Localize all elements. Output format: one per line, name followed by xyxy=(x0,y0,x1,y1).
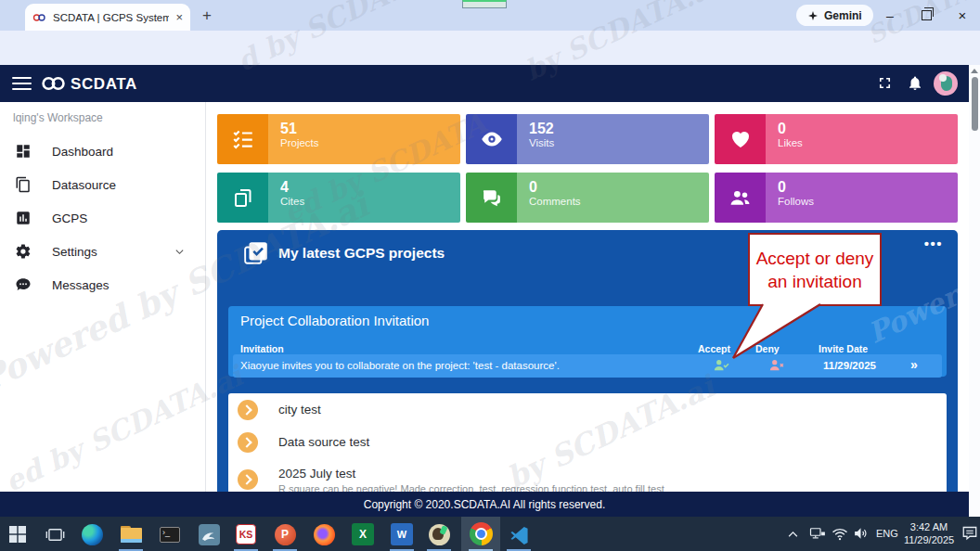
user-avatar[interactable] xyxy=(934,71,958,96)
taskbar-app-kingsoft[interactable]: KS xyxy=(234,522,258,546)
stat-card-projects[interactable]: 51Projects xyxy=(217,114,460,164)
stat-cards: 51Projects 152Visits 0Likes 4Cites 0Comm… xyxy=(217,114,958,223)
restore-button[interactable] xyxy=(909,0,944,31)
stat-label: Visits xyxy=(529,137,709,148)
project-list: city test Data source test 2025 July tes… xyxy=(228,393,947,492)
stat-value: 0 xyxy=(778,121,958,137)
page-footer: Copyright © 2020.SCDATA.AI All rights re… xyxy=(0,492,969,517)
sidebar-item-messages[interactable]: Messages xyxy=(0,268,205,301)
chevron-up-icon[interactable] xyxy=(787,529,799,539)
notification-center-icon[interactable] xyxy=(961,525,978,541)
gemini-label: Gemini xyxy=(824,9,862,22)
sidebar-item-datasource[interactable]: Datasource xyxy=(0,168,205,201)
chevron-right-circle-icon xyxy=(238,469,258,490)
sidebar-item-label: Datasource xyxy=(52,178,116,192)
sidebar-item-dashboard[interactable]: Dashboard xyxy=(0,135,205,168)
taskbar-app-file-explorer[interactable] xyxy=(119,522,143,546)
stat-card-visits[interactable]: 152Visits xyxy=(466,114,709,164)
close-window-button[interactable]: × xyxy=(945,0,980,31)
taskbar-app-gimp[interactable] xyxy=(427,522,451,546)
taskbar-app-firefox[interactable] xyxy=(312,522,336,546)
menu-hamburger-icon[interactable] xyxy=(12,77,32,94)
gemini-button[interactable]: Gemini xyxy=(796,5,873,26)
minimize-button[interactable]: – xyxy=(872,0,908,31)
chat-bubbles-icon xyxy=(466,173,517,223)
taskbar-app-excel[interactable]: X xyxy=(351,522,375,546)
collaboration-invitation-section: Project Collaboration Invitation Invitat… xyxy=(228,306,947,377)
chevron-right-circle-icon xyxy=(238,432,258,453)
wifi-icon[interactable] xyxy=(832,527,848,541)
ellipsis-icon[interactable]: ••• xyxy=(924,236,943,251)
stat-label: Follows xyxy=(778,196,958,207)
stat-label: Likes xyxy=(778,137,958,148)
taskbar-app-vscode[interactable] xyxy=(507,522,531,546)
stat-card-likes[interactable]: 0Likes xyxy=(715,114,958,164)
bar-chart-icon xyxy=(15,210,33,226)
project-title: 2025 July test xyxy=(278,467,355,481)
invitation-row: Xiaoyue invites you to collaborate on th… xyxy=(233,354,942,378)
taskbar-app-word[interactable]: W xyxy=(390,522,414,546)
gear-icon xyxy=(15,243,33,260)
brand-title: SCDATA xyxy=(71,75,137,94)
page-scrollbar xyxy=(969,65,980,517)
project-list-item[interactable]: 2025 July test R square can be negative!… xyxy=(228,464,947,492)
volume-icon[interactable] xyxy=(853,526,869,541)
chrome-icon xyxy=(470,522,493,545)
notifications-bell-icon[interactable] xyxy=(907,74,923,92)
network-icon[interactable] xyxy=(809,526,826,541)
windows-taskbar: ›_ KS P X W xyxy=(0,517,980,551)
taskbar-app-edge[interactable] xyxy=(80,522,104,546)
browser-tab[interactable]: SCDATA | GCPS System × xyxy=(25,4,190,31)
taskbar-clock[interactable]: 3:42 AM 11/29/2025 xyxy=(898,520,960,546)
panel-title: My latest GCPS projects xyxy=(278,245,445,262)
double-chevron-right-icon[interactable]: » xyxy=(910,357,918,372)
task-view-button[interactable] xyxy=(43,522,67,546)
scrollbar-thumb[interactable] xyxy=(972,77,978,131)
screen: SCDATA | GCPS System × + Gemini – × loca… xyxy=(0,0,980,551)
taskbar-app-chrome-active[interactable] xyxy=(461,517,500,551)
restore-icon xyxy=(922,10,932,20)
taskbar-app-powerpoint[interactable]: P xyxy=(273,522,297,546)
gemini-sparkle-icon xyxy=(807,10,819,21)
sidebar-item-gcps[interactable]: GCPS xyxy=(0,201,205,235)
taskbar-app-mysql-workbench[interactable] xyxy=(197,522,221,546)
stat-value: 4 xyxy=(280,179,460,196)
invitation-section-title: Project Collaboration Invitation xyxy=(240,313,429,328)
taskbar-app-terminal[interactable]: ›_ xyxy=(158,522,182,546)
workspace-label: lqing's Workspace xyxy=(13,111,103,124)
column-header-invitation: Invitation xyxy=(240,343,284,354)
stat-label: Cites xyxy=(280,196,460,207)
word-icon: W xyxy=(391,523,413,545)
stat-value: 0 xyxy=(529,179,709,196)
stat-card-cites[interactable]: 4Cites xyxy=(217,173,460,223)
terminal-icon: ›_ xyxy=(160,527,180,543)
app-header xyxy=(0,65,969,102)
checklist-icon xyxy=(217,114,268,164)
kingsoft-icon: KS xyxy=(236,524,256,545)
stat-value: 152 xyxy=(529,121,709,137)
annotation-callout: Accept or deny an invitation xyxy=(748,233,882,306)
annotation-callout-tail xyxy=(724,303,835,363)
fullscreen-icon[interactable] xyxy=(876,74,894,92)
project-list-item[interactable]: Data source test xyxy=(228,429,947,456)
stat-card-follows[interactable]: 0Follows xyxy=(715,173,958,223)
sidebar-item-settings[interactable]: Settings xyxy=(0,235,205,268)
people-icon xyxy=(715,173,766,223)
check-document-icon xyxy=(243,240,269,266)
start-button[interactable] xyxy=(6,522,30,546)
project-list-item[interactable]: city test xyxy=(228,396,947,424)
scdata-logo xyxy=(41,76,67,91)
tab-close-icon[interactable]: × xyxy=(175,11,183,23)
stat-card-comments[interactable]: 0Comments xyxy=(466,173,709,223)
mysql-workbench-icon xyxy=(199,524,220,545)
new-tab-icon[interactable]: + xyxy=(198,6,216,25)
edge-icon xyxy=(82,524,103,545)
sidebar-nav: Dashboard Datasource GCPS Settings Messa… xyxy=(0,135,205,301)
stat-label: Projects xyxy=(280,137,460,148)
background-window-fragment[interactable] xyxy=(462,0,507,8)
sidebar-item-label: Settings xyxy=(52,245,97,259)
browser-toolbar: localhost:8080/dashboard Y ⋮ xyxy=(0,31,980,65)
language-indicator[interactable]: ENG xyxy=(876,528,898,539)
clock-time: 3:42 AM xyxy=(898,520,960,533)
scrollbar-up-arrow[interactable] xyxy=(971,69,978,73)
